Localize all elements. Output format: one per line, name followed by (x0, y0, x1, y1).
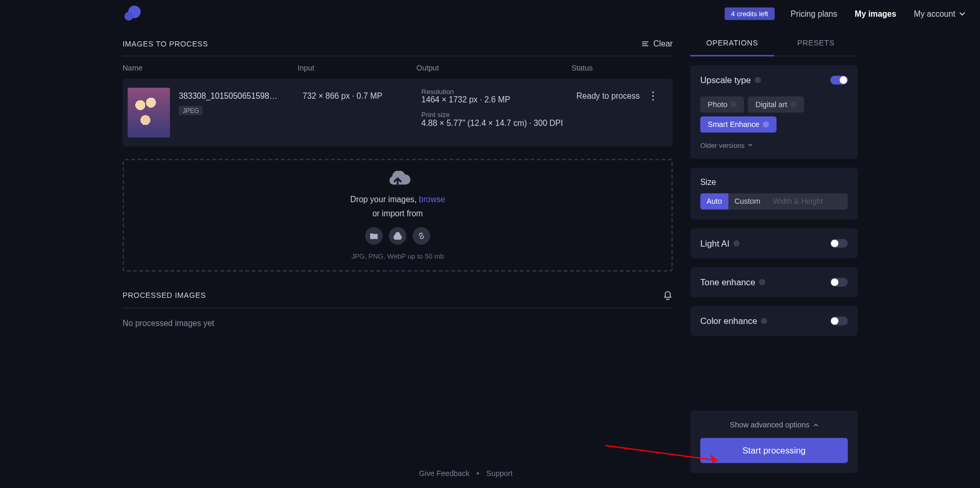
svg-point-1 (124, 12, 133, 21)
col-status: Status (572, 64, 648, 73)
support-link[interactable]: Support (486, 469, 512, 478)
chevron-down-icon (959, 10, 965, 17)
import-folder-button[interactable] (365, 227, 383, 245)
filename: 383308_10150506515987... (179, 91, 279, 101)
footer-separator: • (477, 469, 479, 478)
output-printsize-value: 4.88 × 5.77" (12.4 × 14.7 cm) · 300 DPI (421, 118, 576, 127)
give-feedback-link[interactable]: Give Feedback (419, 469, 470, 478)
chevron-up-icon (813, 422, 819, 427)
info-icon[interactable] (761, 318, 767, 324)
size-segment: Auto Custom Width & Height (700, 193, 848, 210)
dropzone-subtext: or import from (372, 209, 423, 218)
dropzone[interactable]: Drop your images, browse or import from … (123, 159, 673, 272)
image-row[interactable]: 383308_10150506515987... JPEG 732 × 866 … (123, 79, 673, 146)
info-icon[interactable] (759, 279, 765, 285)
col-input: Input (298, 64, 417, 73)
chip-digital-art[interactable]: Digital art (748, 96, 804, 112)
info-icon (730, 101, 737, 108)
filetype-badge: JPEG (179, 106, 203, 115)
size-label: Size (700, 178, 848, 187)
dropzone-hint: JPG, PNG, WebP up to 50 mb (351, 252, 444, 260)
dropzone-text: Drop your images, browse (350, 194, 445, 204)
older-versions-dropdown[interactable]: Older versions (700, 142, 848, 149)
logo[interactable] (123, 5, 141, 23)
color-enhance-label: Color enhance (700, 316, 767, 326)
folder-icon (370, 231, 379, 240)
col-output: Output (417, 64, 572, 73)
chip-photo[interactable]: Photo (700, 96, 744, 112)
info-icon (790, 101, 797, 108)
upscale-type-label: Upscale type (700, 75, 761, 85)
clear-icon (641, 40, 650, 47)
tone-enhance-toggle[interactable] (830, 278, 848, 287)
output-resolution-value: 1464 × 1732 px · 2.6 MP (421, 95, 576, 104)
google-drive-icon (393, 231, 402, 240)
output-printsize-label: Print size (421, 111, 576, 118)
start-processing-button[interactable]: Start processing (700, 438, 848, 463)
light-ai-toggle[interactable] (830, 239, 848, 248)
thumbnail[interactable] (127, 88, 170, 138)
color-enhance-toggle[interactable] (830, 317, 848, 326)
images-to-process-title: IMAGES TO PROCESS (123, 39, 208, 48)
clear-button[interactable]: Clear (641, 39, 672, 48)
tone-enhance-label: Tone enhance (700, 277, 765, 287)
clear-label: Clear (653, 39, 672, 48)
more-icon (652, 91, 654, 101)
output-resolution-label: Resolution (421, 88, 576, 95)
seg-custom[interactable]: Custom (728, 193, 766, 210)
light-ai-label: Light AI (700, 238, 739, 248)
credits-badge[interactable]: 4 credits left (725, 7, 774, 20)
info-icon[interactable] (733, 240, 739, 247)
row-more-button[interactable] (640, 88, 665, 101)
col-name: Name (123, 64, 298, 73)
tab-presets[interactable]: PRESETS (774, 39, 858, 55)
info-icon[interactable] (754, 77, 761, 83)
chevron-down-icon (748, 143, 753, 148)
input-dimensions: 732 × 866 px · 0.7 MP (303, 88, 422, 101)
my-account-label: My account (914, 9, 955, 18)
chip-smart-enhance[interactable]: Smart Enhance (700, 117, 776, 133)
nav-pricing-plans[interactable]: Pricing plans (790, 9, 837, 18)
show-advanced-options[interactable]: Show advanced options (700, 421, 848, 429)
no-processed-text: No processed images yet (123, 308, 673, 328)
import-drive-button[interactable] (389, 227, 407, 245)
upscale-type-toggle[interactable] (830, 76, 848, 85)
info-icon (763, 121, 769, 127)
tab-operations[interactable]: OPERATIONS (690, 39, 774, 56)
browse-link[interactable]: browse (419, 194, 445, 204)
nav-my-images[interactable]: My images (855, 9, 896, 18)
status-text: Ready to process (576, 88, 640, 101)
seg-auto[interactable]: Auto (700, 193, 728, 210)
import-url-button[interactable] (412, 227, 430, 245)
cloud-upload-icon (384, 171, 410, 190)
processed-images-title: PROCESSED IMAGES (123, 291, 206, 300)
seg-width-height: Width & Height (766, 193, 829, 210)
my-account-dropdown[interactable]: My account (914, 9, 965, 18)
bell-icon[interactable] (663, 291, 672, 300)
link-icon (417, 231, 426, 240)
